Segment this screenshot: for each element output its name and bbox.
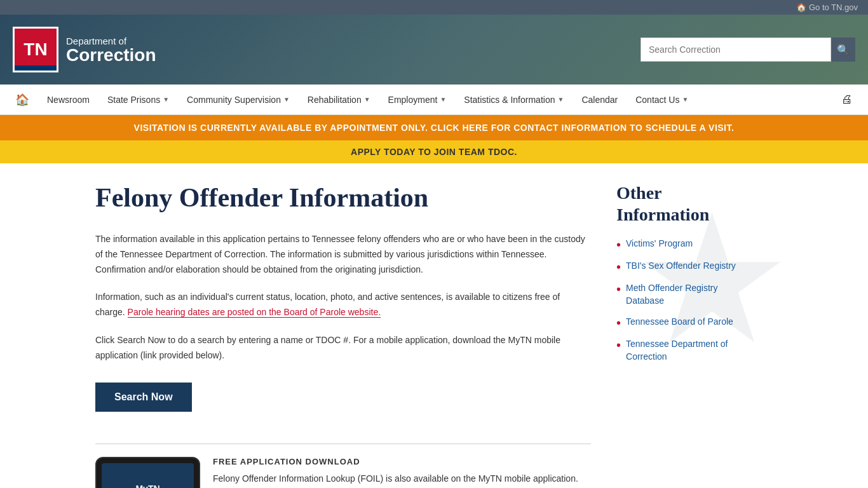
board-of-parole-link[interactable]: Tennessee Board of Parole	[626, 316, 733, 329]
nav-item-statistics[interactable]: Statistics & Information ▼	[455, 85, 573, 115]
nav-item-print[interactable]: 🖨	[832, 85, 862, 115]
banner-yellow[interactable]: APPLY TODAY TO JOIN TEAM TDOC.	[0, 140, 868, 163]
sex-offender-registry-link[interactable]: TBI's Sex Offender Registry	[626, 260, 736, 273]
bullet-icon: •	[616, 261, 621, 273]
list-item: • Victims' Program	[616, 238, 756, 251]
rehabilitation-arrow: ▼	[364, 96, 370, 103]
bullet-icon: •	[616, 283, 621, 295]
app-text-block: FREE APPLICATION DOWNLOAD Felony Offende…	[213, 457, 591, 488]
tn-logo-text: TN	[24, 39, 47, 60]
sidebar-title: Other Information	[616, 182, 756, 225]
meth-offender-link[interactable]: Meth Offender Registry Database	[626, 282, 756, 307]
nav-item-rehabilitation[interactable]: Rehabilitation ▼	[299, 85, 379, 115]
list-item: • Tennessee Board of Parole	[616, 316, 756, 329]
nav-item-employment[interactable]: Employment ▼	[379, 85, 456, 115]
nav-item-calendar[interactable]: Calendar	[573, 85, 627, 115]
employment-arrow: ▼	[440, 96, 446, 103]
logo-text: Department of Correction	[66, 36, 156, 64]
header: TN Department of Correction 🔍	[0, 15, 868, 85]
bullet-icon: •	[616, 339, 621, 351]
phone-screen-label: MyTN	[102, 463, 194, 488]
paragraph-1: The information available in this applic…	[95, 232, 591, 277]
nav-item-state-prisons[interactable]: State Prisons ▼	[98, 85, 178, 115]
phone-mockup: MyTN 📅 January 28, 2020	[95, 457, 200, 488]
app-label: FREE APPLICATION DOWNLOAD	[213, 457, 591, 466]
divider	[95, 444, 591, 444]
search-area: 🔍	[641, 37, 855, 62]
nav-item-community-supervision[interactable]: Community Supervision ▼	[178, 85, 299, 115]
bullet-icon: •	[616, 238, 621, 251]
main-wrapper: ★ Felony Offender Information The inform…	[0, 163, 868, 488]
logo-area: TN Department of Correction	[13, 27, 156, 72]
search-now-button[interactable]: Search Now	[95, 383, 192, 412]
correction-label: Correction	[66, 46, 156, 64]
contact-arrow: ▼	[682, 96, 688, 103]
content-area: Felony Offender Information The informat…	[95, 182, 591, 488]
dept-label: Department of	[66, 36, 156, 46]
community-supervision-arrow: ▼	[283, 96, 290, 103]
banner-orange[interactable]: VISITATION IS CURRENTLY AVAILABLE BY APP…	[0, 115, 868, 140]
list-item: • Meth Offender Registry Database	[616, 282, 756, 307]
list-item: • Tennessee Department of Correction	[616, 338, 756, 363]
nav-item-contact[interactable]: Contact Us ▼	[627, 85, 697, 115]
top-bar: 🏠 Go to TN.gov	[0, 0, 868, 15]
paragraph-2: Information, such as an individual's cur…	[95, 290, 591, 320]
victims-program-link[interactable]: Victims' Program	[626, 238, 693, 250]
nav-item-newsroom[interactable]: Newsroom	[38, 85, 98, 115]
app-section: MyTN 📅 January 28, 2020 FREE APPLICATION…	[95, 457, 591, 488]
sidebar-list: • Victims' Program • TBI's Sex Offender …	[616, 238, 756, 363]
parole-link[interactable]: Parole hearing dates are posted on the B…	[128, 307, 381, 318]
tn-dept-correction-link[interactable]: Tennessee Department of Correction	[626, 338, 756, 363]
list-item: • TBI's Sex Offender Registry	[616, 260, 756, 273]
page-title: Felony Offender Information	[95, 182, 591, 213]
app-description: Felony Offender Information Lookup (FOIL…	[213, 471, 591, 488]
state-prisons-arrow: ▼	[163, 96, 169, 103]
paragraph-3: Click Search Now to do a search by enter…	[95, 333, 591, 363]
main-nav: 🏠 Newsroom State Prisons ▼ Community Sup…	[0, 85, 868, 115]
tn-logo-box: TN	[13, 27, 58, 72]
tn-gov-link[interactable]: 🏠 Go to TN.gov	[796, 3, 858, 12]
sidebar: Other Information • Victims' Program • T…	[616, 182, 756, 488]
search-button[interactable]: 🔍	[831, 37, 855, 62]
search-input[interactable]	[641, 37, 831, 62]
statistics-arrow: ▼	[557, 96, 564, 103]
bullet-icon: •	[616, 316, 621, 329]
nav-item-home[interactable]: 🏠	[6, 85, 38, 115]
